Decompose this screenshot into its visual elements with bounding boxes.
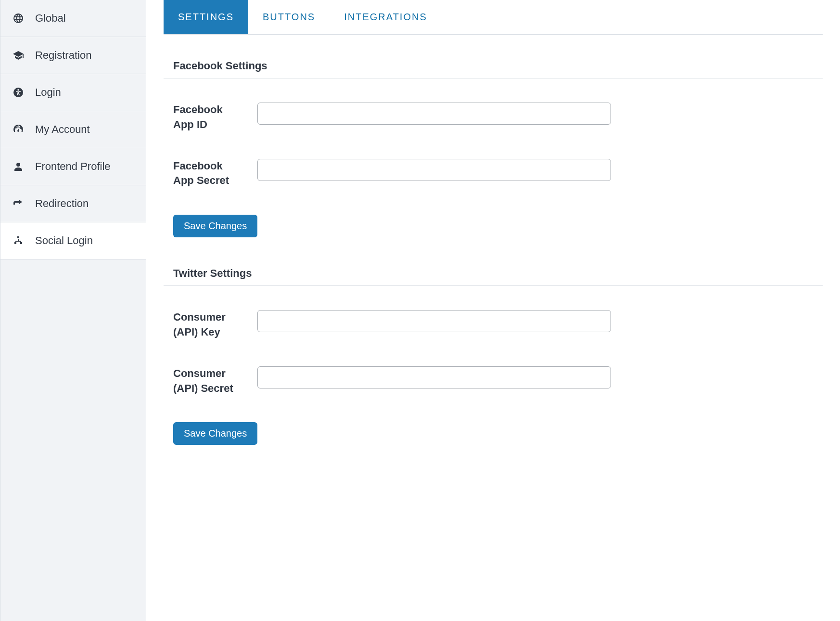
sidebar-item-label: Social Login [35, 234, 93, 247]
input-twitter-key[interactable] [257, 310, 611, 332]
sidebar-item-my-account[interactable]: My Account [0, 111, 146, 148]
user-icon [11, 161, 25, 172]
sidebar-item-login[interactable]: Login [0, 74, 146, 111]
label-twitter-key: Consumer (API) Key [173, 310, 236, 340]
sidebar-item-redirection[interactable]: Redirection [0, 185, 146, 222]
tab-settings[interactable]: Settings [164, 0, 248, 34]
accessibility-icon [11, 87, 25, 98]
input-twitter-secret[interactable] [257, 366, 611, 388]
tab-integrations[interactable]: Integrations [330, 0, 442, 34]
main-content: Settings Buttons Integrations Facebook S… [146, 0, 840, 621]
sidebar-item-social-login[interactable]: Social Login [0, 222, 146, 259]
input-fb-app-secret[interactable] [257, 159, 611, 181]
sidebar-item-label: My Account [35, 123, 90, 136]
tab-buttons[interactable]: Buttons [248, 0, 330, 34]
sidebar-item-label: Frontend Profile [35, 160, 111, 173]
sidebar: Global Registration Login My Account Fro [0, 0, 146, 621]
sidebar-item-registration[interactable]: Registration [0, 37, 146, 74]
form-row-fb-app-id: Facebook App ID [164, 103, 823, 132]
sidebar-item-label: Login [35, 86, 61, 99]
form-row-fb-app-secret: Facebook App Secret [164, 159, 823, 189]
save-button-twitter[interactable]: Save Changes [173, 422, 257, 445]
label-twitter-secret: Consumer (API) Secret [173, 366, 236, 396]
layout: Global Registration Login My Account Fro [0, 0, 840, 621]
sidebar-item-label: Global [35, 12, 66, 25]
form-row-twitter-secret: Consumer (API) Secret [164, 366, 823, 396]
dashboard-icon [11, 124, 25, 135]
label-fb-app-id: Facebook App ID [173, 103, 236, 132]
input-fb-app-id[interactable] [257, 103, 611, 125]
sitemap-icon [11, 235, 25, 246]
label-fb-app-secret: Facebook App Secret [173, 159, 236, 189]
graduation-cap-icon [11, 50, 25, 61]
globe-icon [11, 13, 25, 24]
section-title-facebook: Facebook Settings [164, 54, 823, 78]
sidebar-item-global[interactable]: Global [0, 0, 146, 37]
sidebar-item-label: Redirection [35, 197, 89, 210]
sidebar-item-label: Registration [35, 49, 91, 62]
tabs: Settings Buttons Integrations [164, 0, 823, 35]
sidebar-item-frontend-profile[interactable]: Frontend Profile [0, 148, 146, 185]
save-button-facebook[interactable]: Save Changes [173, 215, 257, 237]
form-row-twitter-key: Consumer (API) Key [164, 310, 823, 340]
redirect-arrow-icon [11, 198, 25, 209]
section-title-twitter: Twitter Settings [164, 261, 823, 286]
